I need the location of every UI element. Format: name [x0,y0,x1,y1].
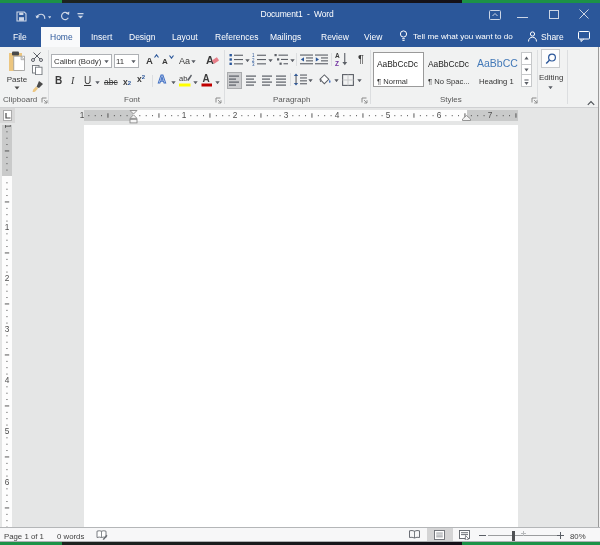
svg-text:4: 4 [335,110,340,120]
svg-text:ab: ab [179,74,187,83]
svg-text:5: 5 [386,110,391,120]
svg-text:A: A [203,73,210,84]
svg-text:7: 7 [488,110,493,120]
svg-text:4: 4 [5,375,10,385]
svg-text:1: 1 [5,222,10,232]
svg-text:2: 2 [5,273,10,283]
svg-text:1: 1 [182,110,187,120]
svg-text:6: 6 [5,477,10,487]
svg-text:1: 1 [3,125,12,129]
svg-text:2: 2 [233,110,238,120]
svg-text:3: 3 [284,110,289,120]
svg-text:Z: Z [335,60,339,67]
svg-text:3: 3 [5,324,10,334]
svg-text:3: 3 [252,62,255,66]
svg-text:1: 1 [80,110,85,120]
svg-text:6: 6 [437,110,442,120]
svg-text:5: 5 [5,426,10,436]
svg-text:A: A [335,52,340,59]
